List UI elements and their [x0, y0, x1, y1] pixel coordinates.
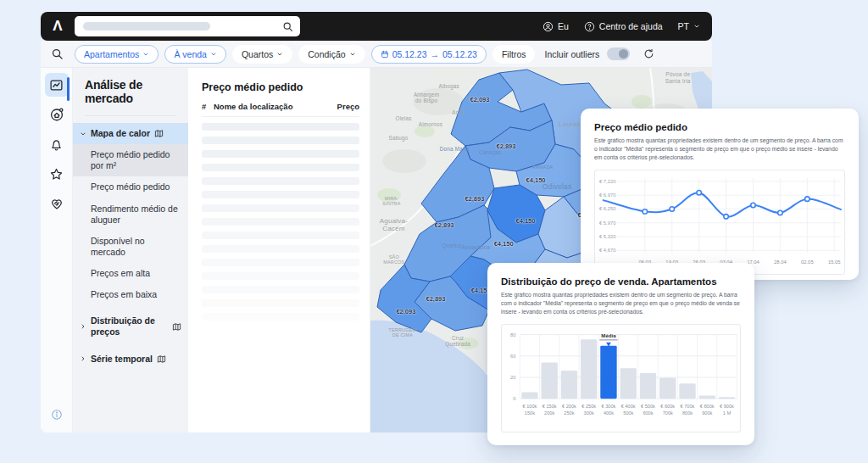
pill-label: À venda [174, 49, 207, 59]
page-title: Análise de mercado [85, 78, 178, 105]
rail-item-partnerships[interactable] [45, 192, 69, 215]
map-price-label: €4,150 [494, 239, 514, 247]
menu-item-label: Disponível no mercado [91, 236, 181, 258]
chevron-down-icon [349, 51, 356, 58]
rail-item-market-analytics[interactable] [45, 73, 69, 97]
map-place-label: Albogas [439, 83, 459, 89]
table-row-skeleton [202, 286, 359, 293]
rail-item-notifications[interactable] [45, 132, 69, 156]
svg-text:400k: 400k [604, 410, 614, 415]
filter-pill-condição[interactable]: Condição [298, 45, 364, 64]
language-selector[interactable]: PT [678, 21, 700, 31]
refresh-button[interactable] [639, 45, 658, 64]
menu-item-s-rie-temporal[interactable]: Série temporal [73, 349, 188, 370]
chevron-down-icon [276, 51, 283, 58]
table-row-skeleton [202, 299, 359, 307]
avg-price-card: Preço médio pedido Este gráfico mostra q… [581, 109, 859, 280]
pill-label: Quartos [242, 49, 273, 59]
app-logo[interactable]: Λ [41, 12, 75, 41]
menu-item-dispon-vel-no-mercado[interactable]: Disponível no mercado [73, 231, 188, 263]
svg-text:€ 7,220: € 7,220 [599, 178, 616, 183]
map-place-label: Almargem do Bispo [414, 92, 439, 103]
svg-text:600k: 600k [643, 410, 653, 415]
map-place-label: MIRA- SINTRA [382, 196, 400, 207]
map-price-label: €2,093 [470, 95, 489, 103]
svg-text:150k: 150k [525, 410, 535, 415]
page: Λ Eu Centro de ajuda PT [0, 0, 868, 463]
menu-item-pre-o-m-dio-pedido[interactable]: Preço médio pedido [73, 176, 188, 198]
star-icon [49, 167, 64, 181]
svg-text:€ 250k: € 250k [581, 403, 596, 408]
map-place-label: Almornos [419, 121, 442, 127]
svg-text:900k: 900k [702, 410, 712, 415]
svg-text:€ 600k: € 600k [660, 403, 675, 408]
info-icon[interactable] [41, 409, 73, 421]
bell-icon [49, 137, 64, 152]
help-label: Centro de ajuda [599, 21, 663, 31]
chevron-down-icon [142, 51, 149, 58]
rail-item-favorites[interactable] [45, 162, 69, 186]
filter-bar: ApartamentosÀ vendaQuartosCondição 05.12… [41, 41, 712, 68]
search-icon[interactable] [51, 47, 64, 60]
table-row-skeleton [202, 245, 359, 253]
menu-item-distribui-o-de-pre-os[interactable]: Distribuição de preços [73, 310, 188, 343]
svg-text:80: 80 [510, 332, 515, 337]
table-row-skeleton [202, 259, 359, 266]
search-icon[interactable] [282, 21, 293, 32]
svg-text:60: 60 [510, 353, 515, 358]
table-row-skeleton [202, 232, 359, 239]
map-place-label: Caneças [479, 149, 501, 155]
filter-pill-à-venda[interactable]: À venda [164, 45, 226, 64]
date-range-pill[interactable]: 05.12.23 → 05.12.23 [371, 45, 487, 64]
map-place-label: Olelas [396, 115, 412, 121]
menu-item-pre-o-m-dio-pedido-por-m-[interactable]: Preço médio pedido por m² [73, 144, 188, 176]
map-place-label: SÃO MARCOS [383, 254, 404, 265]
outliers-label: Incluir outliers [544, 49, 599, 59]
menu-item-pre-os-em-baixa[interactable]: Preços em baixa [73, 284, 188, 305]
map-place-label: Póvoa de Santa Iria [665, 71, 691, 84]
divider [85, 115, 176, 116]
map-icon [157, 354, 166, 364]
outliers-toggle[interactable] [607, 47, 630, 60]
global-search-input[interactable] [75, 16, 300, 36]
svg-text:€ 700k: € 700k [681, 403, 695, 408]
svg-text:€ 900k: € 900k [720, 403, 734, 408]
top-bar: Λ Eu Centro de ajuda PT [41, 12, 712, 41]
calendar-icon [381, 50, 389, 59]
card-title: Preço médio pedido [594, 122, 845, 132]
filters-button[interactable]: Filtros [492, 45, 536, 64]
svg-text:0: 0 [513, 396, 515, 401]
filter-pill-apartamentos[interactable]: Apartamentos [75, 45, 159, 64]
map-place-label: Aruil [452, 109, 464, 115]
svg-text:€ 800k: € 800k [700, 403, 715, 408]
svg-text:Média: Média [601, 332, 616, 338]
menu-item-label: Preço médio pedido por m² [91, 149, 181, 171]
menu-item-label: Rendimento médio de aluguer [91, 204, 181, 226]
menu-item-pre-os-em-alta[interactable]: Preços em alta [73, 263, 188, 284]
table-row-skeleton [202, 123, 359, 131]
user-menu[interactable]: Eu [542, 21, 569, 32]
user-icon [542, 21, 554, 32]
menu-item-label: Preços em baixa [91, 289, 157, 300]
svg-text:€ 100k: € 100k [523, 403, 537, 408]
question-icon [584, 21, 595, 32]
svg-text:200k: 200k [544, 410, 554, 415]
table-row-skeleton [202, 272, 359, 280]
menu-item-mapa-de-calor[interactable]: Mapa de calor [73, 123, 188, 144]
map-place-label: Odivelas [542, 183, 572, 192]
search-skeleton [83, 22, 210, 31]
pill-label: Apartamentos [84, 49, 139, 59]
map-place-label: RAMADA [532, 165, 554, 170]
table-row-skeleton [202, 191, 359, 198]
help-center[interactable]: Centro de ajuda [584, 21, 663, 32]
table-row-skeleton [202, 204, 359, 212]
table-row-skeleton [202, 177, 359, 185]
filter-pill-quartos[interactable]: Quartos [232, 45, 292, 64]
col-rank: # [202, 102, 214, 111]
chevron-down-icon [80, 131, 86, 137]
svg-text:€ 400k: € 400k [621, 403, 636, 408]
rail-item-property-search[interactable] [45, 103, 69, 126]
svg-text:02.05: 02.05 [801, 259, 814, 265]
menu-item-rendimento-m-dio-de-aluguer[interactable]: Rendimento médio de aluguer [73, 198, 188, 231]
map-place-label: TERRUGEM DE CIMA [388, 326, 416, 337]
